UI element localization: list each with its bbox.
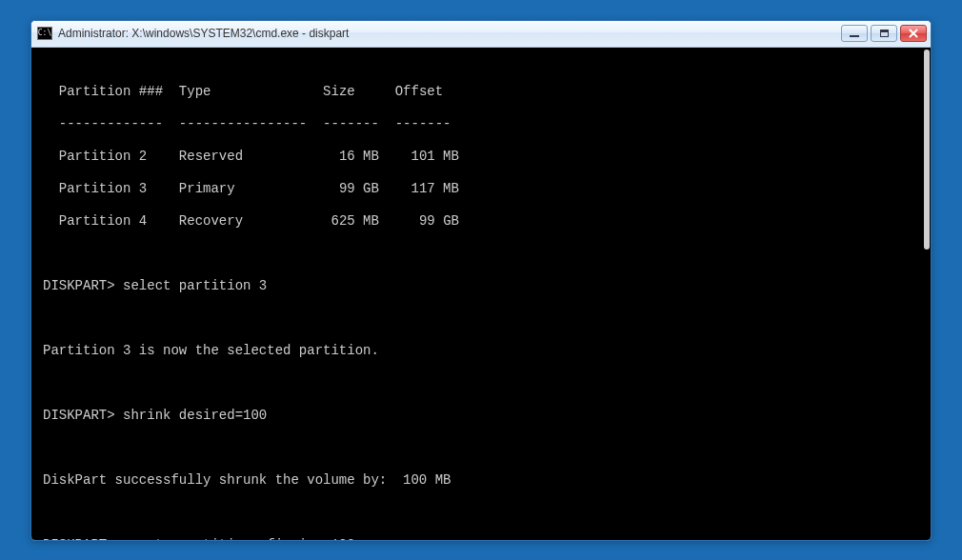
prompt-line: DISKPART> shrink desired=100 <box>43 408 931 424</box>
table-header: Partition ### Type Size Offset <box>43 84 931 100</box>
minimize-button[interactable] <box>841 25 868 42</box>
output-line: Partition 3 is now the selected partitio… <box>43 343 931 359</box>
titlebar[interactable]: C:\ Administrator: X:\windows\SYSTEM32\c… <box>31 21 931 48</box>
output-line: DiskPart successfully shrunk the volume … <box>43 472 931 489</box>
close-button[interactable] <box>900 25 927 42</box>
window-title: Administrator: X:\windows\SYSTEM32\cmd.e… <box>58 27 835 40</box>
table-sep: ------------- ---------------- ------- -… <box>43 116 931 132</box>
prompt-line: DISKPART> select partition 3 <box>43 278 931 294</box>
cmd-icon: C:\ <box>37 27 52 40</box>
prompt-line: DISKPART> create partition efi size=100 <box>43 537 931 540</box>
console-output[interactable]: Partition ### Type Size Offset ---------… <box>31 48 931 540</box>
maximize-button[interactable] <box>871 25 897 42</box>
window-controls <box>841 25 927 42</box>
table-row: Partition 2 Reserved 16 MB 101 MB <box>43 149 931 165</box>
scrollbar-thumb[interactable] <box>924 50 930 250</box>
table-row: Partition 4 Recovery 625 MB 99 GB <box>43 213 931 230</box>
cmd-window: C:\ Administrator: X:\windows\SYSTEM32\c… <box>30 20 932 541</box>
table-row: Partition 3 Primary 99 GB 117 MB <box>43 181 931 197</box>
